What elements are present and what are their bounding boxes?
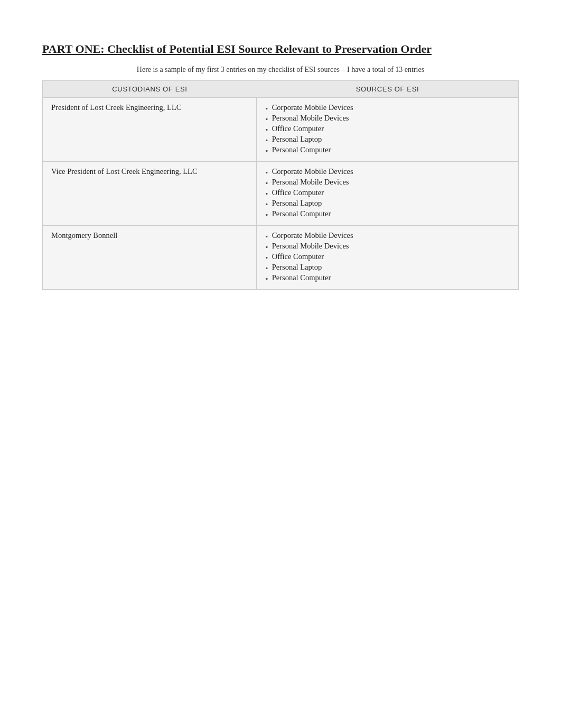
source-label: Personal Mobile Devices (272, 242, 349, 251)
bullet-icon: ▪ (265, 275, 267, 283)
list-item: ▪Personal Laptop (265, 263, 510, 272)
sources-cell: ▪Corporate Mobile Devices▪Personal Mobil… (257, 162, 519, 226)
list-item: ▪Personal Laptop (265, 135, 510, 144)
bullet-icon: ▪ (265, 190, 267, 198)
bullet-icon: ▪ (265, 105, 267, 113)
bullet-icon: ▪ (265, 264, 267, 272)
bullet-icon: ▪ (265, 243, 267, 251)
bullet-icon: ▪ (265, 126, 267, 134)
sources-cell: ▪Corporate Mobile Devices▪Personal Mobil… (257, 226, 519, 290)
source-label: Personal Computer (272, 273, 331, 282)
bullet-icon: ▪ (265, 115, 267, 123)
source-label: Personal Laptop (272, 263, 322, 272)
sources-header: SOURCES OF ESI (257, 81, 519, 98)
bullet-icon: ▪ (265, 179, 267, 187)
source-label: Personal Laptop (272, 199, 322, 208)
custodians-header: CUSTODIANS OF ESI (43, 81, 257, 98)
page-title: PART ONE: Checklist of Potential ESI Sou… (42, 42, 519, 56)
list-item: ▪Personal Mobile Devices (265, 178, 510, 187)
custodian-cell: Montgomery Bonnell (43, 226, 257, 290)
source-label: Office Computer (272, 124, 324, 133)
source-label: Office Computer (272, 188, 324, 197)
list-item: ▪Corporate Mobile Devices (265, 167, 510, 177)
list-item: ▪Office Computer (265, 124, 510, 134)
bullet-icon: ▪ (265, 169, 267, 177)
source-label: Office Computer (272, 252, 324, 261)
list-item: ▪Corporate Mobile Devices (265, 231, 510, 241)
list-item: ▪Office Computer (265, 252, 510, 262)
source-label: Corporate Mobile Devices (272, 103, 353, 112)
table-row: Vice President of Lost Creek Engineering… (43, 162, 519, 226)
bullet-icon: ▪ (265, 233, 267, 241)
custodian-cell: President of Lost Creek Engineering, LLC (43, 98, 257, 162)
list-item: ▪Personal Mobile Devices (265, 242, 510, 251)
source-label: Personal Mobile Devices (272, 178, 349, 187)
bullet-icon: ▪ (265, 211, 267, 219)
list-item: ▪Office Computer (265, 188, 510, 198)
checklist-table: CUSTODIANS OF ESI SOURCES OF ESI Preside… (42, 80, 519, 290)
source-label: Corporate Mobile Devices (272, 167, 353, 176)
bullet-icon: ▪ (265, 200, 267, 208)
table-row: President of Lost Creek Engineering, LLC… (43, 98, 519, 162)
list-item: ▪Personal Computer (265, 209, 510, 219)
bullet-icon: ▪ (265, 136, 267, 144)
source-label: Corporate Mobile Devices (272, 231, 353, 240)
bullet-icon: ▪ (265, 147, 267, 155)
table-header-row: CUSTODIANS OF ESI SOURCES OF ESI (43, 81, 519, 98)
source-label: Personal Laptop (272, 135, 322, 144)
sources-cell: ▪Corporate Mobile Devices▪Personal Mobil… (257, 98, 519, 162)
subtitle: Here is a sample of my first 3 entries o… (42, 66, 519, 74)
list-item: ▪Personal Mobile Devices (265, 114, 510, 123)
source-label: Personal Mobile Devices (272, 114, 349, 123)
custodian-cell: Vice President of Lost Creek Engineering… (43, 162, 257, 226)
bullet-icon: ▪ (265, 254, 267, 262)
source-label: Personal Computer (272, 145, 331, 154)
source-label: Personal Computer (272, 209, 331, 218)
list-item: ▪Personal Computer (265, 273, 510, 283)
list-item: ▪Personal Laptop (265, 199, 510, 208)
list-item: ▪Personal Computer (265, 145, 510, 155)
table-row: Montgomery Bonnell▪Corporate Mobile Devi… (43, 226, 519, 290)
list-item: ▪Corporate Mobile Devices (265, 103, 510, 113)
